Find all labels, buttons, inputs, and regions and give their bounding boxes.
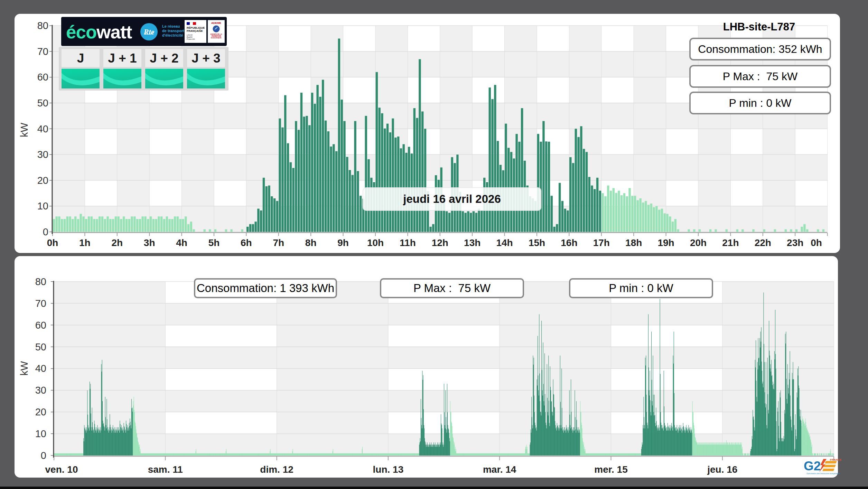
svg-text:mar. 14: mar. 14: [483, 464, 516, 475]
svg-text:50: 50: [35, 341, 46, 352]
svg-text:ven. 10: ven. 10: [45, 464, 78, 475]
svg-text:Optimisation des ressources én: Optimisation des ressources énergétiques: [806, 472, 840, 474]
svg-text:G2: G2: [804, 459, 821, 473]
svg-text:FRANCE: FRANCE: [830, 458, 842, 461]
svg-text:jeu. 16: jeu. 16: [707, 464, 737, 475]
svg-text:0: 0: [41, 450, 46, 461]
svg-text:10: 10: [35, 428, 46, 439]
svg-text:sam. 11: sam. 11: [148, 464, 183, 475]
svg-text:60: 60: [35, 320, 46, 331]
svg-text:dim. 12: dim. 12: [260, 464, 293, 475]
svg-text:lun. 13: lun. 13: [373, 464, 404, 475]
svg-text:Rte: Rte: [143, 28, 155, 36]
svg-text:70: 70: [35, 298, 46, 309]
svg-text:80: 80: [35, 276, 46, 287]
svg-text:mer. 15: mer. 15: [594, 464, 628, 475]
svg-text:40: 40: [35, 363, 46, 374]
svg-text:kW: kW: [19, 361, 30, 376]
svg-text:20: 20: [35, 406, 46, 417]
svg-text:30: 30: [35, 385, 46, 396]
